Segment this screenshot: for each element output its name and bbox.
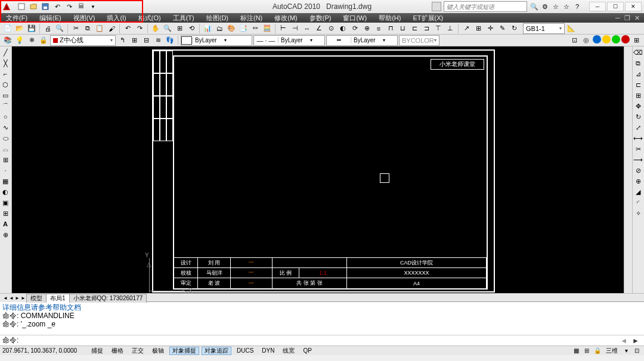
status-clean-icon[interactable]: ⊡ (632, 346, 642, 356)
tb-calc-icon[interactable]: 🧮 (262, 23, 273, 34)
search-icon[interactable]: 🔍 (530, 2, 539, 11)
tb-zoomprev-icon[interactable]: ⟲ (186, 23, 197, 34)
close-button[interactable]: ✕ (625, 2, 642, 11)
tb-center-icon[interactable]: ✛ (485, 23, 496, 34)
tb-dim1-icon[interactable]: ⊢ (278, 23, 289, 34)
menu-modify[interactable]: 修改(M) (268, 13, 304, 23)
tab-first-icon[interactable]: ◄ (2, 295, 8, 301)
status-qp[interactable]: QP (300, 347, 314, 355)
polygon-tool-icon[interactable]: ⬡ (1, 80, 10, 89)
gradient-tool-icon[interactable]: ◐ (1, 187, 10, 197)
menu-help[interactable]: 帮助(H) (373, 13, 407, 23)
status-lock-icon[interactable]: 🔒 (593, 346, 602, 356)
break-tool-icon[interactable]: ⊘ (633, 166, 643, 175)
trim-tool-icon[interactable]: ✂ (633, 144, 643, 154)
tab-custom[interactable]: 小米老师QQ: 1730260177 (69, 294, 147, 303)
offset-tool-icon[interactable]: ⊏ (633, 80, 643, 89)
status-model-icon[interactable]: ▦ (571, 346, 581, 356)
status-grid[interactable]: 栅格 (109, 347, 126, 355)
tb-dim14-icon[interactable]: ⊤ (433, 23, 444, 34)
move-tool-icon[interactable]: ✥ (633, 101, 643, 111)
vis1-icon[interactable]: ⊡ (569, 35, 580, 46)
status-dyn[interactable]: DYN (259, 347, 277, 355)
tb-undo-icon[interactable]: ↶ (122, 23, 133, 34)
status-ortho[interactable]: 正交 (129, 347, 147, 355)
tb-dim9-icon[interactable]: ≡ (373, 23, 384, 34)
xline-tool-icon[interactable]: ╳ (1, 58, 10, 68)
tb-new-icon[interactable]: 📄 (2, 23, 13, 34)
qat-dropdown-icon[interactable]: ▼ (88, 2, 98, 11)
layer-manager-icon[interactable]: 📚 (2, 35, 13, 46)
menu-etext[interactable]: ET扩展(X) (407, 13, 449, 23)
menu-view[interactable]: 视图(V) (67, 13, 101, 23)
point-tool-icon[interactable]: · (1, 166, 10, 175)
doc-restore-icon[interactable]: ❐ (623, 13, 632, 23)
menu-file[interactable]: 文件(F) (0, 13, 33, 23)
tb-dim10-icon[interactable]: ⊓ (385, 23, 396, 34)
tab-model[interactable]: 模型 (26, 294, 47, 303)
explode-tool-icon[interactable]: ✧ (633, 208, 643, 218)
tb-zoom-icon[interactable]: 🔍 (162, 23, 173, 34)
status-lwt[interactable]: 线宽 (280, 347, 298, 355)
tb-leader-icon[interactable]: ↗ (461, 23, 472, 34)
cmd-scroll-right-icon[interactable]: ► (630, 337, 642, 345)
tb-dimstyle-icon[interactable]: 📐 (566, 23, 577, 34)
ellipsearc-tool-icon[interactable]: ⌓ (1, 144, 10, 154)
tb-preview-icon[interactable]: 🔍 (54, 23, 65, 34)
region-tool-icon[interactable]: ▣ (1, 198, 10, 207)
mirror-tool-icon[interactable]: ⊿ (633, 69, 643, 79)
tb-print-icon[interactable]: 🖨 (42, 23, 53, 34)
tb-dim7-icon[interactable]: ⟳ (349, 23, 360, 34)
menu-parametric[interactable]: 参数(P) (304, 13, 338, 23)
tab-prev-icon[interactable]: ◄ (8, 295, 14, 301)
coords-display[interactable]: 207.9671, 100.3637, 0.0000 (2, 347, 86, 354)
lineweight-dropdown[interactable]: ━ ByLayer (326, 35, 398, 46)
circle-tool-icon[interactable]: ○ (1, 112, 10, 122)
status-snap[interactable]: 捕捉 (88, 347, 106, 355)
doc-minimize-icon[interactable]: ─ (613, 13, 623, 23)
extend-tool-icon[interactable]: ⟶ (633, 155, 643, 164)
tb-ssm-icon[interactable]: 📑 (238, 23, 249, 34)
layer-iso-icon[interactable]: ⊞ (129, 35, 140, 46)
tb-pan-icon[interactable]: ✋ (150, 23, 161, 34)
tb-update-icon[interactable]: ↻ (509, 23, 519, 34)
rotate-tool-icon[interactable]: ↻ (633, 112, 643, 122)
infocenter-icon[interactable] (432, 2, 441, 11)
tb-paste-icon[interactable]: 📋 (94, 23, 105, 34)
subscription-icon[interactable]: ⚙ (540, 2, 550, 11)
layer-match-icon[interactable]: ≋ (153, 35, 163, 46)
tb-dc-icon[interactable]: 🗂 (214, 23, 225, 34)
layer-lock-icon[interactable]: 🔒 (38, 35, 49, 46)
favorites-icon[interactable]: ☆ (562, 2, 571, 11)
status-ducs[interactable]: DUCS (234, 347, 256, 355)
qat-undo-icon[interactable]: ↶ (52, 2, 62, 11)
tb-properties-icon[interactable]: 📊 (202, 23, 213, 34)
block-tool-icon[interactable]: ⊞ (1, 155, 10, 164)
tab-layout1[interactable]: 布局1 (46, 294, 70, 303)
tb-dim2-icon[interactable]: ⊣ (290, 23, 301, 34)
menu-insert[interactable]: 插入(I) (101, 13, 132, 23)
status-osnap[interactable]: 对象捕捉 (169, 347, 199, 355)
command-history[interactable]: 详细信息请参考帮助文档 命令: COMMANDLINE 命令: '_.zoom … (0, 301, 644, 335)
command-prompt[interactable]: 命令: ◄ ► (0, 335, 644, 346)
stretch-tool-icon[interactable]: ⟷ (633, 133, 643, 143)
status-otrack[interactable]: 对象追踪 (202, 347, 231, 355)
layer-freeze-icon[interactable]: ❄ (26, 35, 37, 46)
pline-tool-icon[interactable]: ⌐ (1, 69, 10, 79)
layer-walk-icon[interactable]: 👣 (165, 35, 175, 46)
help-icon[interactable]: ? (572, 2, 582, 11)
yellow-dot-icon[interactable] (602, 35, 611, 43)
tb-open-icon[interactable]: 📂 (14, 23, 25, 34)
tb-copy-icon[interactable]: ⧉ (82, 23, 93, 34)
fillet-tool-icon[interactable]: ◜ (633, 198, 643, 207)
tb-redo-icon[interactable]: ↷ (134, 23, 145, 34)
tb-edit-icon[interactable]: ✎ (497, 23, 507, 34)
tb-dim5-icon[interactable]: ⊙ (326, 23, 336, 34)
menu-tools[interactable]: 工具(T) (167, 13, 200, 23)
drawing-canvas[interactable]: 小米老师课堂 设计 刘 用 〰 CAD设计学院 校核 马朝洋 〰 比 例 (12, 46, 624, 293)
menu-edit[interactable]: 编辑(E) (33, 13, 67, 23)
vis2-icon[interactable]: ◎ (581, 35, 592, 46)
qat-print-icon[interactable] (76, 2, 86, 11)
tb-match-icon[interactable]: 🖌 (106, 23, 117, 34)
tb-zoomwin-icon[interactable]: ⊞ (174, 23, 185, 34)
